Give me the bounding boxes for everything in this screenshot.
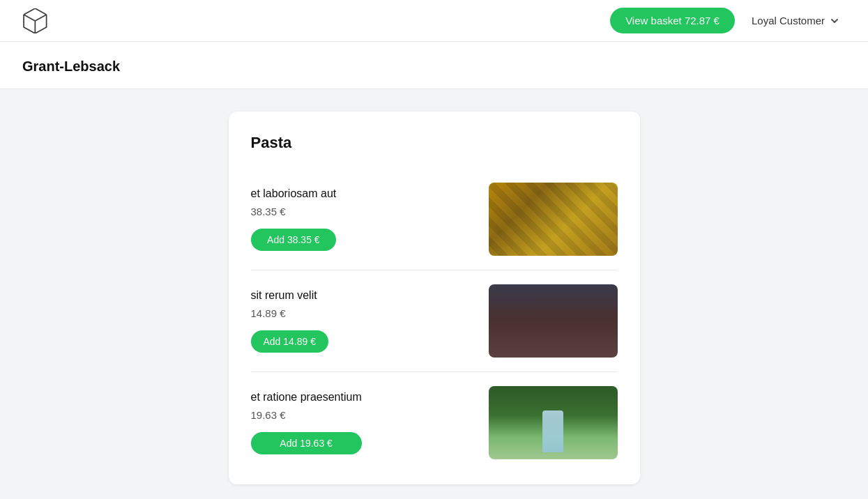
menu-item-price: 14.89 € <box>251 307 329 319</box>
category-title: Pasta <box>251 134 618 152</box>
menu-item-image <box>489 284 618 358</box>
store-title-bar: Grant-Lebsack <box>0 42 868 89</box>
menu-item-image <box>489 386 618 459</box>
menu-item-info: sit rerum velit 14.89 € Add 14.89 € <box>251 289 329 353</box>
store-title: Grant-Lebsack <box>22 59 846 75</box>
user-name-label: Loyal Customer <box>752 15 825 26</box>
menu-item-image <box>489 183 618 256</box>
menu-item: et laboriosam aut 38.35 € Add 38.35 € <box>251 169 618 270</box>
menu-item-info: et laboriosam aut 38.35 € Add 38.35 € <box>251 187 337 251</box>
add-item-button[interactable]: Add 14.89 € <box>251 330 329 353</box>
add-item-button[interactable]: Add 19.63 € <box>251 432 362 454</box>
menu-item-info: et ratione praesentium 19.63 € Add 19.63… <box>251 391 362 454</box>
add-item-button[interactable]: Add 38.35 € <box>251 229 337 251</box>
menu-item: et ratione praesentium 19.63 € Add 19.63… <box>251 372 618 473</box>
menu-item-name: sit rerum velit <box>251 289 329 302</box>
menu-item-name: et laboriosam aut <box>251 187 337 200</box>
user-dropdown-button[interactable]: Loyal Customer <box>746 10 846 31</box>
view-basket-button[interactable]: View basket 72.87 € <box>610 8 735 33</box>
menu-card: Pasta et laboriosam aut 38.35 € Add 38.3… <box>229 112 640 484</box>
menu-item: sit rerum velit 14.89 € Add 14.89 € <box>251 270 618 372</box>
header: View basket 72.87 € Loyal Customer <box>0 0 868 42</box>
menu-item-price: 19.63 € <box>251 409 362 421</box>
chevron-down-icon <box>829 15 840 26</box>
logo-icon <box>22 8 47 33</box>
logo <box>22 8 47 33</box>
main-content: Pasta et laboriosam aut 38.35 € Add 38.3… <box>0 89 868 499</box>
menu-item-price: 38.35 € <box>251 206 337 217</box>
header-right: View basket 72.87 € Loyal Customer <box>610 8 846 33</box>
menu-item-name: et ratione praesentium <box>251 391 362 404</box>
